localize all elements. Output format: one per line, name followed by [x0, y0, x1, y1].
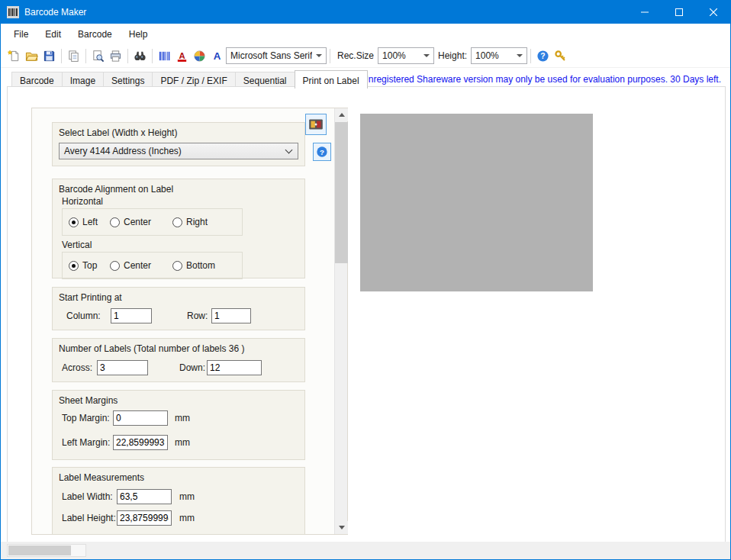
- menubar: File Edit Barcode Help: [1, 24, 730, 44]
- scroll-down-button[interactable]: [335, 521, 348, 534]
- titlebar: Barcode Maker: [1, 1, 730, 24]
- barcode-button[interactable]: [156, 47, 173, 65]
- panel-help-button[interactable]: ?: [313, 143, 331, 161]
- radio-icon: [69, 217, 79, 227]
- svg-text:A: A: [214, 50, 221, 62]
- new-button[interactable]: [5, 47, 23, 65]
- copy-button[interactable]: [65, 47, 82, 65]
- maximize-button[interactable]: [662, 1, 696, 24]
- window-controls: [627, 1, 730, 24]
- colors-icon: [193, 50, 206, 63]
- radio-icon: [172, 261, 182, 271]
- horizontal-label: Horizontal: [62, 196, 103, 207]
- label-preview-button[interactable]: [305, 114, 327, 135]
- radio-vertical-bottom[interactable]: Bottom: [172, 260, 215, 271]
- left-margin-input[interactable]: [113, 435, 168, 450]
- radio-label: Center: [124, 260, 151, 271]
- radio-horizontal-right[interactable]: Right: [172, 217, 208, 227]
- svg-text:?: ?: [320, 148, 324, 156]
- height-select[interactable]: 100%: [471, 47, 527, 64]
- shareware-notice: Unregistered Shareware version may only …: [362, 74, 721, 85]
- font-color-icon: A: [176, 50, 188, 63]
- window-title: Barcode Maker: [24, 7, 86, 18]
- scrollbar-thumb[interactable]: [335, 122, 348, 263]
- column-label: Column:: [66, 311, 101, 321]
- scrollbar-thumb[interactable]: [8, 546, 71, 555]
- register-button[interactable]: [552, 47, 569, 65]
- top-margin-unit: mm: [175, 413, 190, 423]
- svg-text:?: ?: [540, 52, 545, 60]
- help-icon: ?: [316, 146, 328, 158]
- horizontal-options-box: Left Center Right: [62, 208, 243, 236]
- rec-size-select[interactable]: 100%: [378, 47, 434, 64]
- radio-label: Center: [124, 217, 151, 227]
- label-height-input[interactable]: [117, 510, 172, 526]
- menu-edit[interactable]: Edit: [37, 24, 69, 44]
- row-input[interactable]: [211, 308, 251, 323]
- start-printing-title: Start Printing at: [59, 292, 122, 303]
- chevron-down-icon: [316, 54, 322, 57]
- label-printer-icon: [308, 116, 324, 133]
- label-sheet-preview: [360, 114, 593, 291]
- toolbar-separator: [61, 49, 62, 63]
- radio-vertical-center[interactable]: Center: [110, 260, 151, 271]
- down-input[interactable]: [207, 360, 262, 375]
- column-input[interactable]: [111, 308, 152, 323]
- menu-barcode[interactable]: Barcode: [69, 24, 121, 44]
- label-options-panel: Select Label (Width x Height) Avery 4144…: [31, 108, 348, 535]
- find-button[interactable]: [131, 47, 149, 65]
- panel-vertical-scrollbar[interactable]: [334, 108, 347, 534]
- top-margin-input[interactable]: [113, 410, 168, 426]
- colors-button[interactable]: [191, 47, 208, 65]
- top-margin-label: Top Margin:: [62, 413, 110, 423]
- app-window: Barcode Maker File Edit Barcode Help: [0, 0, 731, 560]
- maximize-icon: [675, 8, 683, 16]
- label-height-label: Label Height:: [62, 513, 116, 523]
- help-button[interactable]: ?: [534, 47, 552, 65]
- radio-horizontal-left[interactable]: Left: [69, 217, 98, 227]
- scroll-up-button[interactable]: [335, 108, 348, 121]
- print-button[interactable]: [107, 47, 124, 65]
- copy-icon: [67, 50, 80, 63]
- toolbar: A A Microsoft Sans Serif Rec.Size 100% H…: [1, 44, 730, 68]
- new-icon: [8, 50, 21, 63]
- alignment-group: Barcode Alignment on Label Horizontal Le…: [52, 179, 305, 278]
- open-icon: [25, 50, 38, 63]
- vertical-label: Vertical: [62, 240, 92, 250]
- sheet-margins-group: Sheet Margins Top Margin: mm Left Margin…: [52, 390, 305, 460]
- barcode-icon: [158, 50, 171, 63]
- label-width-label: Label Width:: [62, 491, 113, 502]
- height-label: Height:: [438, 50, 467, 61]
- menu-help[interactable]: Help: [121, 24, 156, 44]
- print-preview-button[interactable]: [89, 47, 107, 65]
- alignment-title: Barcode Alignment on Label: [59, 184, 173, 195]
- open-button[interactable]: [23, 47, 40, 65]
- minimize-button[interactable]: [627, 1, 662, 24]
- number-of-labels-title: Number of Labels (Total number of labels…: [59, 343, 244, 354]
- triangle-down-icon: [339, 526, 345, 529]
- rec-size-label: Rec.Size: [337, 50, 374, 61]
- font-icon: A: [211, 50, 224, 63]
- across-input[interactable]: [97, 360, 148, 375]
- label-type-value: Avery 4144 Address (Inches): [64, 146, 182, 156]
- save-button[interactable]: [40, 47, 58, 65]
- font-family-select[interactable]: Microsoft Sans Serif: [226, 47, 327, 64]
- label-measurements-title: Label Measurements: [59, 472, 144, 483]
- radio-horizontal-center[interactable]: Center: [110, 217, 151, 227]
- menu-file[interactable]: File: [5, 24, 37, 44]
- close-button[interactable]: [696, 1, 730, 24]
- start-printing-group: Start Printing at Column: Row:: [52, 287, 305, 330]
- vertical-options-box: Top Center Bottom: [62, 252, 243, 279]
- font-button[interactable]: A: [208, 47, 226, 65]
- label-width-input[interactable]: [117, 489, 172, 504]
- radio-vertical-top[interactable]: Top: [69, 260, 97, 271]
- font-color-button[interactable]: A: [173, 47, 191, 65]
- horizontal-scrollbar[interactable]: [7, 544, 86, 557]
- help-icon: ?: [536, 50, 549, 63]
- tab-print-on-label[interactable]: Print on Label: [295, 70, 368, 89]
- print-on-label-page: Select Label (Width x Height) Avery 4144…: [7, 86, 726, 542]
- number-of-labels-group: Number of Labels (Total number of labels…: [52, 338, 305, 382]
- radio-label: Right: [186, 217, 208, 227]
- label-type-select[interactable]: Avery 4144 Address (Inches): [59, 143, 298, 159]
- chevron-down-icon: [285, 146, 293, 154]
